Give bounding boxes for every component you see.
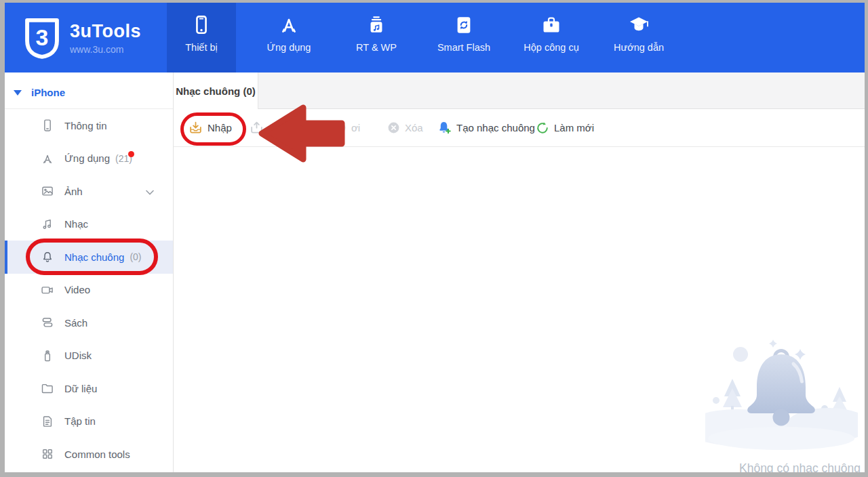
sidebar-item-label: Thông tin (64, 120, 107, 131)
main-nav: Thiết bị Ứng dụng RT & WP (167, 3, 692, 72)
notification-dot (128, 151, 134, 157)
tab-ringtones[interactable]: Nhạc chuông (0) (174, 72, 258, 109)
smartphone-icon (41, 119, 54, 132)
sidebar-item-udisk[interactable]: UDisk (5, 339, 173, 373)
refresh-button-label: Làm mới (554, 122, 594, 133)
toolbar: Nhập ơi Xóa (174, 109, 865, 147)
header: 3 3uTools www.3u.com Thiết bị (5, 3, 865, 72)
sidebar-item-label: Ảnh (64, 186, 83, 197)
ringtone-wallpaper-icon (366, 13, 387, 37)
svg-text:3: 3 (36, 24, 49, 49)
logo-shield-icon: 3 (24, 16, 60, 60)
sidebar: iPhone Thông tin Ứng dụng (21) Ảnh (5, 72, 174, 472)
delete-button-label: Xóa (405, 122, 423, 133)
file-icon (41, 415, 54, 428)
sidebar-item-label: Tập tin (64, 415, 96, 427)
import-icon (189, 121, 203, 135)
app-window: 3 3uTools www.3u.com Thiết bị (0, 0, 868, 477)
sidebar-item-files[interactable]: Tập tin (5, 405, 173, 438)
sidebar-item-label: Common tools (64, 449, 130, 460)
create-ringtone-button-label: Tạo nhạc chuông (456, 122, 535, 133)
nav-tab-toolbox[interactable]: Hộp công cụ (517, 3, 586, 72)
nav-tab-label: Hướng dẫn (614, 42, 664, 53)
sidebar-item-data[interactable]: Dữ liệu (5, 372, 173, 405)
play-circle-icon (334, 121, 347, 134)
bell-plus-icon (437, 121, 452, 135)
bell-icon (41, 250, 54, 264)
sidebar-device-header[interactable]: iPhone (5, 77, 173, 109)
music-note-icon (41, 217, 54, 231)
grid-icon (41, 447, 54, 461)
empty-state-bell-illustration (705, 337, 858, 452)
nav-tab-apps[interactable]: Ứng dụng (254, 3, 323, 72)
import-button-label: Nhập (208, 122, 232, 133)
nav-tab-label: Smart Flash (437, 42, 490, 53)
flash-sync-icon (454, 13, 474, 37)
sidebar-item-apps[interactable]: Ứng dụng (21) (5, 142, 173, 175)
sidebar-item-ringtones[interactable]: Nhạc chuông (0) (5, 241, 173, 274)
sidebar-item-label: Nhạc (64, 218, 88, 230)
nav-tab-guide[interactable]: Hướng dẫn (604, 3, 673, 72)
sidebar-item-label: Ứng dụng (64, 152, 110, 164)
app-name: 3uTools (70, 21, 141, 42)
sidebar-item-music[interactable]: Nhạc (5, 208, 173, 241)
chevron-down-icon[interactable] (146, 186, 154, 197)
appstore-icon (279, 13, 299, 37)
app-logo: 3 3uTools www.3u.com (5, 3, 167, 72)
appstore-icon (41, 152, 54, 165)
logo-text: 3uTools www.3u.com (70, 21, 141, 55)
toolbox-icon (540, 13, 562, 37)
nav-tab-smart-flash[interactable]: Smart Flash (429, 3, 498, 72)
folder-icon (41, 381, 54, 395)
sidebar-item-info[interactable]: Thông tin (5, 109, 173, 142)
app-website: www.3u.com (70, 44, 141, 55)
sidebar-item-label: UDisk (64, 350, 92, 361)
tab-strip: Nhạc chuông (0) (174, 72, 865, 109)
nav-tab-rt-wp[interactable]: RT & WP (342, 3, 411, 72)
refresh-icon (536, 121, 549, 135)
window-body: 3 3uTools www.3u.com Thiết bị (5, 3, 865, 472)
books-icon (41, 316, 54, 329)
sidebar-item-video[interactable]: Video (5, 274, 173, 307)
sidebar-item-common-tools[interactable]: Common tools (5, 438, 173, 471)
sidebar-item-label: Nhạc chuông (64, 251, 124, 263)
ringtone-list-area: Không có nhạc chuông (174, 147, 865, 472)
play-button[interactable]: ơi (334, 109, 360, 146)
nav-tab-device[interactable]: Thiết bị (167, 3, 236, 72)
sidebar-item-count: (0) (130, 251, 141, 262)
create-ringtone-button[interactable]: Tạo nhạc chuông (437, 109, 535, 146)
photo-icon (41, 184, 54, 198)
nav-tab-label: RT & WP (356, 42, 397, 53)
empty-state-message: Không có nhạc chuông (739, 461, 861, 472)
main-panel: Nhạc chuông (0) Nhập ơi (174, 72, 865, 472)
video-camera-icon (41, 283, 54, 297)
sidebar-item-label: Dữ liệu (64, 383, 97, 394)
nav-tab-label: Thiết bị (185, 42, 218, 53)
graduation-cap-icon (628, 13, 650, 37)
export-icon (250, 121, 264, 135)
play-button-label: ơi (351, 122, 360, 133)
delete-circle-icon (387, 121, 400, 134)
sidebar-item-label: Video (64, 284, 90, 295)
nav-tab-label: Ứng dụng (267, 42, 311, 53)
refresh-button[interactable]: Làm mới (536, 109, 594, 146)
export-button[interactable] (250, 109, 269, 146)
usb-drive-icon (41, 349, 54, 362)
nav-tab-label: Hộp công cụ (524, 42, 578, 53)
smartphone-icon (191, 13, 212, 37)
delete-button[interactable]: Xóa (387, 109, 423, 146)
device-name: iPhone (31, 87, 65, 98)
sidebar-item-label: Sách (64, 317, 87, 329)
collapse-triangle-icon (14, 90, 22, 96)
sidebar-item-photos[interactable]: Ảnh (5, 175, 173, 208)
import-button[interactable]: Nhập (189, 109, 232, 146)
sidebar-item-books[interactable]: Sách (5, 306, 173, 339)
